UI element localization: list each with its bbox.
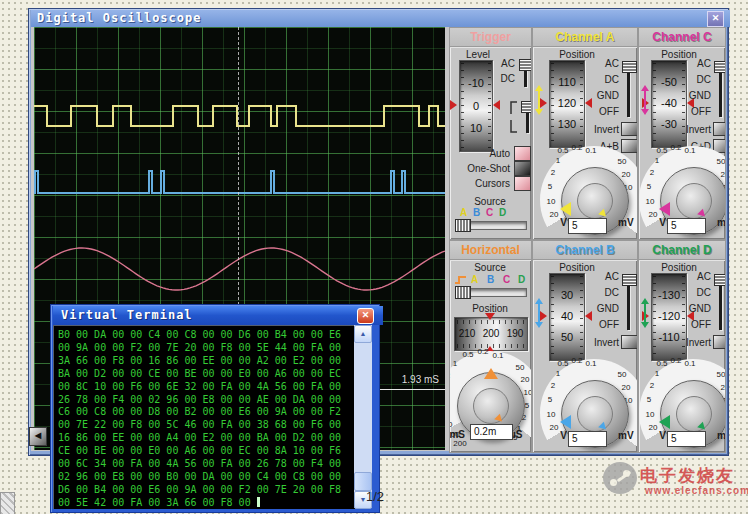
trigger-oneshot-button[interactable] [514,161,531,176]
channel-b-gain-knob-scale-label: 1 [556,369,560,378]
channel-d-invert-button[interactable] [713,335,726,349]
trigger-level-marker-right[interactable] [493,100,500,110]
horizontal-source-thumb[interactable] [455,286,471,299]
trigger-edge-icon [507,100,519,134]
channel-d-gain-knob-scale-label: 1 [655,369,659,378]
terminal-output[interactable]: B0 00 DA 00 00 C4 00 C8 00 00 D6 00 B4 0… [53,325,355,509]
trigger-level-marker-left[interactable] [450,100,457,110]
horizontal-timebase-knob-scale-label: 10 [524,388,532,397]
channel-c-gain-knob-value[interactable]: 5 [667,218,706,234]
channel-b-position-arrows-icon [535,298,543,328]
channel-d-gain-knob-scale-label: 50 [717,370,726,379]
proteus-canvas: Digital Oscilloscope ✕ 1.93 mS ◀ Trigger… [0,0,748,514]
trigger-source-thumb[interactable] [455,219,471,232]
channel-d-invert-label: Invert [671,337,711,348]
trigger-auto-button[interactable] [514,146,531,161]
channel-b-gain-knob-scale-label: 2 [551,381,555,390]
terminal-line: 02 96 00 E8 00 00 B0 00 DA 00 00 C4 00 C… [58,471,341,484]
channel-a-position-tick: 110 [550,76,584,88]
horizontal-timebase-knob-value[interactable]: 0.2m [470,424,513,440]
channel-a-gain-knob-value[interactable]: 5 [568,218,607,234]
trigger-dc-label: DC [498,73,515,84]
channel-d-gain-knob-right-unit: mV [717,430,726,441]
oscilloscope-titlebar[interactable]: Digital Oscilloscope [31,10,730,27]
channel-a-gain-knob-scale-label: 1 [556,156,560,165]
trigger-cursors-button[interactable] [514,176,531,191]
trigger-coupling-thumb[interactable] [519,59,532,71]
channel-a-invert-button[interactable] [621,122,638,136]
watermark-url: www.elecfans.com [645,485,748,496]
channel-c-invert-button[interactable] [713,122,726,136]
channel-a-title: Channel A [556,30,615,44]
terminal-line: C6 00 C8 00 00 D8 00 B2 00 00 E6 00 9A 0… [58,406,341,419]
channel-b-coupling-label: GND [585,303,619,314]
horizontal-source-label: Source [468,262,512,273]
virtual-terminal-titlebar[interactable]: Virtual Terminal [53,306,383,325]
scope-scroll-left-button[interactable]: ◀ [29,427,47,446]
channel-b-gain-knob-value[interactable]: 5 [568,431,607,447]
channel-d-coupling-label: GND [677,303,711,314]
trigger-level-slider[interactable]: -10 0 10 [459,60,493,152]
horizontal-timebase-knob-right-unit: µS [510,429,532,440]
terminal-scrollbar[interactable]: ▲ ▼ [354,325,372,508]
channel-b-gain-knob-scale-label: 20 [622,383,631,392]
channel-a-sum-button[interactable] [621,139,638,153]
window-close-icon[interactable]: ✕ [707,11,724,27]
trigger-level-tick: 10 [460,122,492,134]
channel-a-invert-label: Invert [579,124,619,135]
horizontal-timebase-knob-scale-label: 200 [453,439,466,448]
channel-c-coupling-thumb[interactable] [714,61,726,73]
horizontal-marker-top[interactable] [485,313,495,320]
horizontal-timebase-knob-scale-label: 1 [453,359,457,368]
channel-b-gain-knob-scale-label: 10 [547,410,556,419]
channel-b-header: Channel B [533,241,637,260]
horizontal-timebase-knob-cap[interactable] [473,388,509,424]
horizontal-timebase-knob-scale-label: 2 [522,413,526,422]
channel-d-coupling-label: OFF [677,319,711,330]
horizontal-header: Horizontal [450,241,531,260]
horizontal-timebase-knob-scale-label: 50 [516,363,525,372]
channel-d-gain-knob-scale-label: 2 [650,381,654,390]
channel-a-coupling-label: OFF [585,106,619,117]
trigger-cursors-label: Cursors [458,178,510,189]
horizontal-timebase-knob[interactable] [457,372,525,440]
trigger-level-label: Level [456,49,500,60]
channel-b-invert-button[interactable] [621,335,638,349]
channel-d-gain-knob-scale-label: 5 [647,395,651,404]
channel-a-gain-knob-scale-label: 0.2 [571,143,582,152]
virtual-terminal-close-icon[interactable]: ✕ [357,308,374,324]
channel-b-coupling-thumb[interactable] [622,274,637,286]
resize-grip[interactable] [0,492,15,514]
terminal-line: 00 6C 34 00 FA 00 4A 56 00 FA 00 26 78 0… [58,458,341,471]
trigger-source-a: A [460,207,467,218]
horizontal-timebase-knob-left-unit: mS [449,429,465,440]
trigger-edge-thumb[interactable] [521,101,532,113]
hpos-tick: 200 [483,328,500,339]
scroll-up-icon[interactable]: ▲ [354,325,372,343]
channel-d-position-arrows-icon [641,298,649,328]
channel-d-gain-knob-pointer-icon [659,415,670,429]
channel-d-gain-knob-value[interactable]: 5 [667,431,706,447]
channel-c-gain-knob-right-unit: mV [717,217,726,228]
channel-a-coupling-thumb[interactable] [622,61,637,73]
channel-d-gain-knob-scale-label: 0.1 [684,359,695,368]
channel-a-gain-knob-scale-label: 2 [551,168,555,177]
horizontal-edge-icon [454,275,468,285]
trigger-header: Trigger [450,28,531,47]
channel-c-gain-knob-left-unit: V [648,217,666,228]
channel-a-gain-knob-scale-label: 10 [547,197,556,206]
channel-a-gain-knob-scale-label: 0.5 [557,146,568,155]
channel-b-gain-knob-left-unit: V [549,430,567,441]
channel-c-coupling-label: GND [677,90,711,101]
horizontal-marker-bottom[interactable] [485,346,495,353]
terminal-line: 16 86 00 EE 00 00 A4 00 E2 00 00 BA 00 D… [58,432,341,445]
channel-a-gain-knob-pointer-icon [560,202,571,216]
channel-b-gain-knob-scale-label: 0.1 [585,359,596,368]
watermark-title: 电子发烧友 [640,464,735,487]
watermark-logo [603,462,637,494]
channel-b-gain-knob-pointer-icon [560,415,571,429]
terminal-line: D6 00 B4 00 00 E6 00 9A 00 00 F2 00 7E 2… [58,484,341,497]
terminal-line: 00 7E 22 00 F8 00 5C 46 00 FA 00 38 68 0… [58,419,341,432]
channel-d-coupling-thumb[interactable] [714,274,726,286]
channel-a-coupling-label: AC [585,58,619,69]
